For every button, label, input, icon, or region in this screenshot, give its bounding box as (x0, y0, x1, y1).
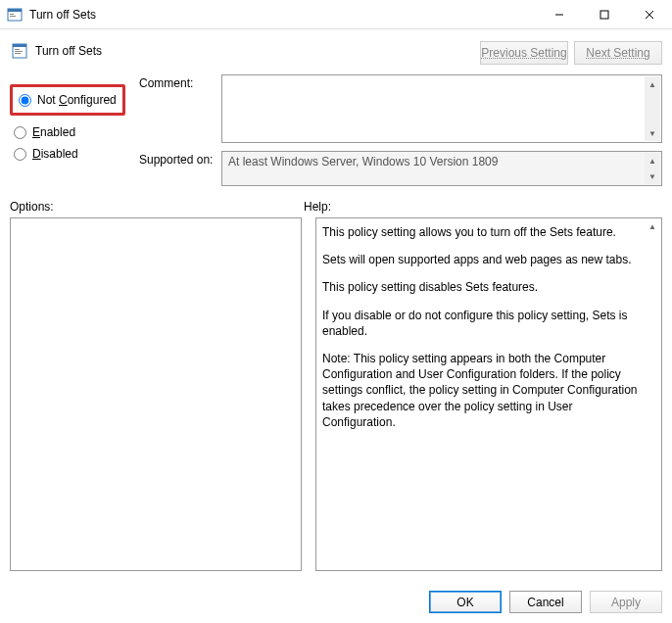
maximize-button[interactable] (582, 0, 627, 29)
help-text: This policy setting allows you to turn o… (322, 224, 642, 240)
minimize-button[interactable] (537, 0, 582, 29)
comment-scrollbar[interactable]: ▲ ▼ (645, 76, 660, 141)
svg-rect-12 (15, 53, 21, 54)
svg-rect-10 (15, 49, 20, 50)
window-title: Turn off Sets (29, 8, 537, 22)
radio-enabled[interactable]: Enabled (14, 125, 139, 139)
help-text: Sets will open supported apps and web pa… (322, 252, 642, 267)
options-panel (10, 217, 302, 571)
dialog-buttons: OK Cancel Apply (0, 581, 672, 623)
ok-button[interactable]: OK (429, 591, 502, 613)
radio-not-configured-input[interactable] (19, 94, 31, 107)
scroll-down-icon[interactable]: ▼ (645, 168, 660, 184)
comment-textarea[interactable]: ▲ ▼ (221, 74, 662, 143)
supported-on-box: At least Windows Server, Windows 10 Vers… (221, 151, 662, 186)
help-text: This policy setting disables Sets featur… (322, 279, 642, 295)
help-panel: This policy setting allows you to turn o… (315, 217, 662, 571)
help-scrollbar[interactable]: ▲ (645, 219, 660, 569)
apply-button[interactable]: Apply (590, 591, 662, 613)
supported-scrollbar[interactable]: ▲ ▼ (645, 153, 660, 184)
app-icon (6, 6, 24, 24)
radio-enabled-input[interactable] (14, 126, 26, 139)
document-icon (10, 41, 29, 61)
options-label: Options: (10, 200, 304, 214)
comment-label: Comment: (139, 74, 216, 90)
radio-disabled-input[interactable] (14, 148, 26, 161)
svg-rect-1 (8, 9, 22, 12)
cancel-button[interactable]: Cancel (509, 591, 582, 613)
scroll-up-icon[interactable]: ▲ (645, 153, 660, 168)
radio-disabled[interactable]: Disabled (14, 147, 139, 161)
previous-setting-button[interactable]: Previous Setting (480, 41, 568, 65)
scroll-up-icon[interactable]: ▲ (645, 76, 660, 92)
next-setting-button[interactable]: Next Setting (574, 41, 662, 65)
supported-label: Supported on: (139, 151, 216, 167)
titlebar: Turn off Sets (0, 0, 672, 29)
highlight-not-configured: Not Configured (10, 84, 125, 116)
header: Turn off Sets (10, 37, 102, 61)
radio-not-configured[interactable]: Not Configured (19, 93, 117, 107)
close-button[interactable] (627, 0, 672, 29)
help-label: Help: (304, 200, 662, 214)
scroll-down-icon[interactable]: ▼ (645, 125, 660, 141)
supported-on-text: At least Windows Server, Windows 10 Vers… (228, 155, 498, 168)
scroll-up-icon[interactable]: ▲ (645, 219, 660, 235)
svg-rect-3 (10, 16, 16, 17)
help-text: If you disable or do not configure this … (322, 308, 642, 339)
svg-rect-5 (600, 11, 608, 19)
page-title: Turn off Sets (35, 44, 102, 58)
svg-rect-2 (10, 14, 14, 15)
help-text: Note: This policy setting appears in bot… (322, 351, 642, 430)
svg-rect-11 (15, 51, 23, 52)
svg-rect-9 (13, 44, 26, 47)
